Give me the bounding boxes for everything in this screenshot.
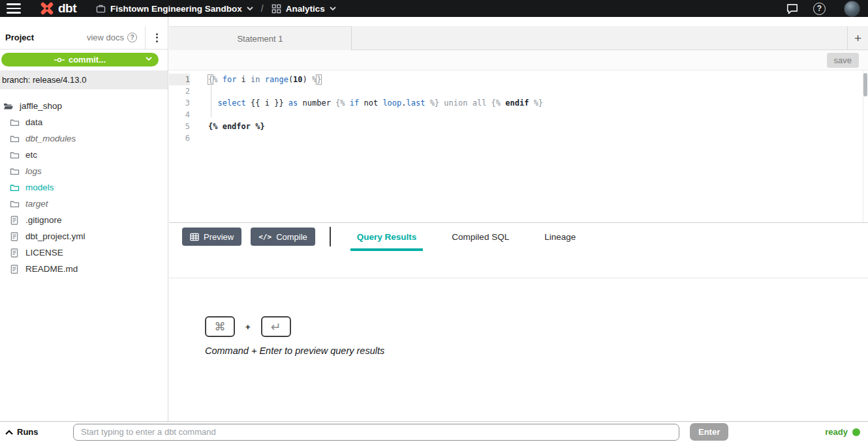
editor-area: Statement 1 + save 123456 {% for i in ra… — [169, 17, 868, 421]
grid-icon — [271, 4, 281, 14]
line-number: 2 — [169, 85, 190, 97]
help-icon[interactable]: ? — [813, 3, 826, 15]
plus-separator: + — [245, 322, 251, 332]
line-number: 1 — [169, 74, 190, 85]
breadcrumb-separator: / — [261, 3, 264, 14]
chevron-down-icon — [146, 57, 152, 61]
runs-toggle[interactable]: Runs — [0, 427, 73, 437]
tree-item-dbt-modules[interactable]: dbt_modules — [0, 130, 168, 147]
results-tabs: Query ResultsCompiled SQLLineage — [350, 223, 582, 250]
code-line[interactable]: {% for i in range(10) %} — [208, 74, 868, 85]
folder-open-icon — [3, 101, 14, 111]
commit-button[interactable]: commit... — [1, 53, 159, 66]
tree-item-label: logs — [25, 166, 42, 176]
scrollbar-thumb[interactable] — [863, 73, 867, 96]
code-line[interactable] — [208, 85, 868, 97]
dbt-logo[interactable]: dbt — [39, 1, 76, 16]
tree-item-logs[interactable]: logs — [0, 163, 168, 179]
commit-label: commit... — [69, 55, 106, 65]
tree-item-license[interactable]: LICENSE — [0, 244, 168, 261]
editor-tab-strip: Statement 1 + — [169, 17, 868, 50]
folder-icon — [9, 150, 20, 160]
branch-indicator: branch: release/4.13.0 — [0, 70, 168, 89]
status-indicator: ready — [825, 427, 860, 437]
tree-item-jaffle-shop[interactable]: jaffle_shop — [0, 98, 168, 114]
tree-item-label: jaffle_shop — [20, 101, 62, 111]
dbt-logo-icon — [39, 1, 55, 16]
chevron-up-icon — [5, 430, 13, 435]
preview-hint-text: Command + Enter to preview query results — [205, 346, 868, 356]
editor-toolbar: save — [169, 50, 868, 70]
line-number: 3 — [169, 97, 190, 109]
tree-item-label: dbt_modules — [25, 134, 76, 143]
indent-guide — [211, 85, 211, 117]
project-name: Fishtown Engineering Sandbox — [110, 4, 242, 14]
results-content: ⌘ + ↵ Command + Enter to preview query r… — [169, 278, 868, 356]
folder-icon — [9, 117, 20, 128]
file-icon — [9, 264, 20, 274]
tree-item-dbt-project-yml[interactable]: dbt_project.yml — [0, 228, 168, 244]
file-icon — [9, 215, 20, 226]
status-dot-icon — [852, 428, 860, 436]
code-line[interactable] — [208, 132, 868, 144]
help-circle-icon: ? — [127, 33, 137, 42]
tab-query-results[interactable]: Query Results — [350, 223, 424, 250]
hamburger-menu-icon[interactable] — [7, 3, 21, 14]
tree-item--gitignore[interactable]: .gitignore — [0, 212, 168, 228]
user-avatar[interactable] — [844, 1, 860, 17]
folder-icon — [9, 134, 20, 144]
toolbar-divider — [330, 227, 331, 246]
save-button[interactable]: save — [827, 53, 859, 68]
briefcase-icon — [96, 4, 106, 13]
view-docs-label: view docs — [87, 33, 124, 42]
tab-compiled-sql[interactable]: Compiled SQL — [445, 223, 516, 250]
chevron-down-icon — [247, 7, 253, 10]
code-pane[interactable]: {% for i in range(10) %} select {{ i }} … — [195, 70, 868, 222]
code-line[interactable]: {% endfor %} — [208, 121, 868, 132]
view-docs-link[interactable]: view docs ? — [87, 33, 137, 42]
tree-item-label: .gitignore — [25, 215, 62, 225]
tree-item-readme-md[interactable]: README.md — [0, 261, 168, 277]
tree-item-label: LICENSE — [25, 248, 63, 258]
tab-lineage[interactable]: Lineage — [538, 223, 582, 250]
environment-selector[interactable]: Analytics — [271, 4, 336, 14]
kebab-menu-icon[interactable] — [146, 31, 168, 45]
table-grid-icon — [190, 233, 199, 241]
project-selector[interactable]: Fishtown Engineering Sandbox — [96, 4, 253, 14]
command-key-icon: ⌘ — [205, 316, 235, 337]
compile-label: Compile — [276, 232, 307, 242]
sidebar-header: Project view docs ? — [0, 17, 168, 50]
tree-item-data[interactable]: data — [0, 114, 168, 130]
tree-item-label: data — [25, 117, 42, 127]
runs-label: Runs — [17, 427, 39, 437]
brand-name: dbt — [58, 1, 76, 16]
sidebar-title: Project — [5, 33, 34, 42]
file-icon — [9, 248, 20, 258]
tree-item-label: target — [25, 199, 48, 209]
tab-label: Statement 1 — [237, 34, 283, 44]
plus-icon: + — [854, 31, 861, 46]
preview-button[interactable]: Preview — [182, 228, 241, 246]
tree-item-label: models — [25, 183, 54, 192]
chevron-down-icon — [330, 7, 336, 10]
code-line[interactable]: select {{ i }} as number {% if not loop.… — [208, 97, 868, 109]
tree-item-models[interactable]: models — [0, 179, 168, 196]
results-toolbar: Preview </> Compile Query ResultsCompile… — [169, 222, 868, 250]
chat-icon[interactable] — [786, 3, 799, 15]
tree-item-etc[interactable]: etc — [0, 147, 168, 163]
compile-button[interactable]: </> Compile — [251, 228, 315, 246]
dbt-command-input[interactable] — [73, 424, 679, 441]
code-editor[interactable]: 123456 {% for i in range(10) %} select {… — [169, 70, 868, 222]
editor-scrollbar[interactable] — [863, 70, 868, 222]
tab-statement-1[interactable]: Statement 1 — [169, 26, 352, 50]
git-commit-icon — [54, 57, 65, 63]
file-icon — [9, 231, 20, 242]
new-tab-button[interactable]: + — [847, 26, 868, 50]
return-key-icon: ↵ — [261, 316, 291, 337]
line-number-gutter: 123456 — [169, 70, 195, 222]
file-tree: jaffle_shopdatadbt_modulesetclogsmodelst… — [0, 98, 168, 421]
enter-button[interactable]: Enter — [690, 423, 728, 441]
code-line[interactable] — [208, 109, 868, 121]
preview-label: Preview — [204, 232, 234, 242]
tree-item-target[interactable]: target — [0, 196, 168, 212]
